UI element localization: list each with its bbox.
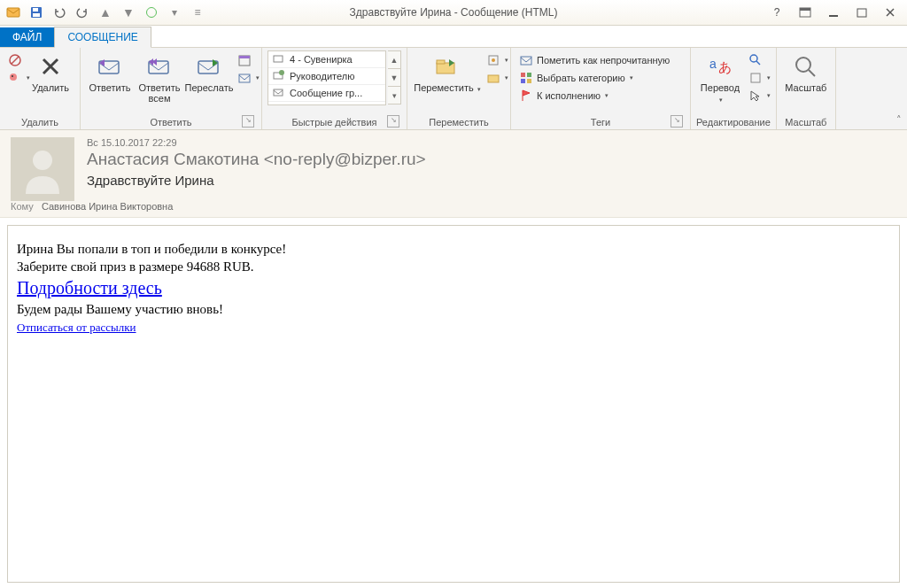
zoom-label: Масштаб — [785, 82, 826, 93]
ribbon: ▾ Удалить Удалить Ответить Ответить всем… — [0, 48, 907, 130]
move-button[interactable]: Переместить ▾ — [413, 50, 482, 97]
reply-all-button[interactable]: Ответить всем — [136, 50, 183, 105]
ribbon-options-icon[interactable] — [794, 4, 817, 21]
gallery-more-icon[interactable]: ▾ — [388, 87, 400, 104]
gallery-up-icon[interactable]: ▲ — [388, 51, 400, 69]
maximize-icon[interactable] — [850, 4, 873, 21]
ribbon-tabs: ФАЙЛ СООБЩЕНИЕ — [0, 26, 907, 48]
svg-rect-35 — [527, 79, 531, 83]
svg-rect-33 — [527, 73, 531, 77]
svg-rect-22 — [274, 56, 283, 62]
mark-unread-button[interactable]: Пометить как непрочитанную — [516, 52, 685, 68]
group-quicksteps: 4 - Сувенирка Руководителю Сообщение гр.… — [262, 48, 407, 129]
find-button[interactable] — [746, 52, 767, 68]
meeting-button[interactable] — [235, 52, 256, 68]
svg-rect-21 — [239, 74, 250, 82]
close-icon[interactable] — [879, 4, 902, 21]
ignore-button[interactable] — [5, 52, 25, 68]
message-from: Анастасия Смакотина <no-reply@bizper.ru> — [11, 150, 896, 169]
details-link[interactable]: Подробности здесь — [17, 278, 162, 298]
svg-rect-31 — [521, 57, 531, 65]
group-zoom-label: Масштаб — [782, 115, 830, 129]
group-delete: ▾ Удалить Удалить — [0, 48, 81, 129]
svg-point-24 — [279, 70, 284, 75]
svg-text:a: a — [709, 57, 717, 71]
more-respond-button[interactable]: ▾ — [235, 70, 256, 86]
quicksteps-gallery[interactable]: 4 - Сувенирка Руководителю Сообщение гр.… — [267, 50, 386, 105]
svg-point-29 — [492, 58, 495, 62]
svg-point-41 — [796, 58, 810, 72]
undo-icon[interactable] — [50, 3, 69, 22]
collapse-ribbon-icon[interactable]: ˄ — [896, 114, 902, 126]
body-line-3: Будем рады Вашему участию вновь! — [17, 300, 890, 318]
to-label: Кому — [11, 201, 34, 212]
categorize-button[interactable]: Выбрать категорию▾ — [516, 70, 685, 86]
group-editing: aあ Перевод▾ ▾ ▾ Редактирование — [691, 48, 777, 129]
help-icon[interactable]: ? — [765, 4, 788, 21]
svg-rect-5 — [800, 8, 810, 11]
group-move-label: Переместить — [413, 115, 505, 129]
group-respond-label: Ответить↘ — [86, 115, 256, 129]
group-delete-label: Удалить — [5, 115, 74, 129]
junk-button[interactable]: ▾ — [5, 70, 25, 86]
body-line-1: Ирина Вы попали в топ и победили в конку… — [17, 240, 890, 258]
delete-button[interactable]: Удалить — [27, 50, 74, 95]
svg-rect-3 — [33, 13, 40, 17]
svg-point-13 — [12, 75, 13, 77]
svg-rect-25 — [274, 89, 283, 96]
gallery-down-icon[interactable]: ▼ — [388, 69, 400, 87]
actions-button[interactable]: ▾ — [484, 70, 505, 86]
svg-rect-32 — [521, 73, 525, 77]
prev-item-icon[interactable]: ▲ — [96, 3, 115, 22]
zoom-button[interactable]: Масштаб — [782, 50, 830, 95]
svg-point-43 — [33, 151, 52, 170]
body-line-2: Заберите свой приз в размере 94688 RUB. — [17, 258, 890, 275]
qa-overflow-icon[interactable]: ≡ — [188, 3, 207, 22]
rules-button[interactable]: ▾ — [484, 52, 505, 68]
svg-line-11 — [12, 57, 19, 64]
translate-label: Перевод — [701, 82, 740, 93]
message-subject: Здравствуйте Ирина — [11, 173, 896, 188]
select-button[interactable]: ▾ — [746, 88, 767, 104]
svg-point-12 — [10, 74, 17, 81]
svg-rect-30 — [488, 75, 499, 82]
delete-label: Удалить — [32, 82, 69, 93]
svg-rect-0 — [7, 8, 19, 17]
qa-customize-icon[interactable]: ▾ — [165, 3, 184, 22]
message-date: Вс 15.10.2017 22:29 — [11, 137, 896, 148]
group-quicksteps-label: Быстрые действия↘ — [267, 115, 401, 129]
svg-rect-40 — [751, 74, 760, 82]
followup-button[interactable]: К исполнению▾ — [516, 88, 685, 104]
group-zoom: Масштаб Масштаб — [777, 48, 836, 129]
reply-button[interactable]: Ответить — [86, 50, 134, 95]
redo-icon[interactable] — [73, 3, 92, 22]
avatar — [11, 137, 74, 201]
svg-point-38 — [750, 55, 757, 62]
svg-rect-2 — [33, 8, 38, 12]
related-button[interactable]: ▾ — [746, 70, 767, 86]
app-icon — [4, 3, 23, 22]
next-item-icon[interactable]: ▼ — [119, 3, 138, 22]
dialog-launcher-icon[interactable]: ↘ — [671, 115, 683, 128]
svg-rect-7 — [857, 9, 866, 17]
tab-message[interactable]: СООБЩЕНИЕ — [54, 27, 151, 48]
unsubscribe-link[interactable]: Отписаться от рассылки — [17, 321, 136, 334]
group-move: Переместить ▾ ▾ ▾ Переместить — [407, 48, 511, 129]
to-value: Савинова Ирина Викторовна — [42, 201, 173, 212]
dialog-launcher-icon[interactable]: ↘ — [242, 115, 254, 128]
svg-rect-34 — [521, 79, 525, 83]
svg-text:あ: あ — [718, 59, 732, 74]
forward-label: Переслать — [185, 82, 234, 93]
status-circle-icon[interactable] — [142, 3, 161, 22]
reply-label: Ответить — [89, 82, 130, 93]
gallery-scroll: ▲ ▼ ▾ — [388, 50, 401, 104]
tab-file[interactable]: ФАЙЛ — [0, 27, 54, 47]
svg-line-39 — [756, 61, 760, 65]
translate-button[interactable]: aあ Перевод▾ — [696, 50, 744, 107]
forward-button[interactable]: Переслать — [185, 50, 233, 95]
message-body-wrap: Ирина Вы попали в топ и победили в конку… — [0, 218, 907, 588]
group-tags: Пометить как непрочитанную Выбрать катег… — [511, 48, 691, 129]
save-icon[interactable] — [27, 3, 46, 22]
minimize-icon[interactable] — [822, 4, 845, 21]
dialog-launcher-icon[interactable]: ↘ — [387, 115, 399, 128]
